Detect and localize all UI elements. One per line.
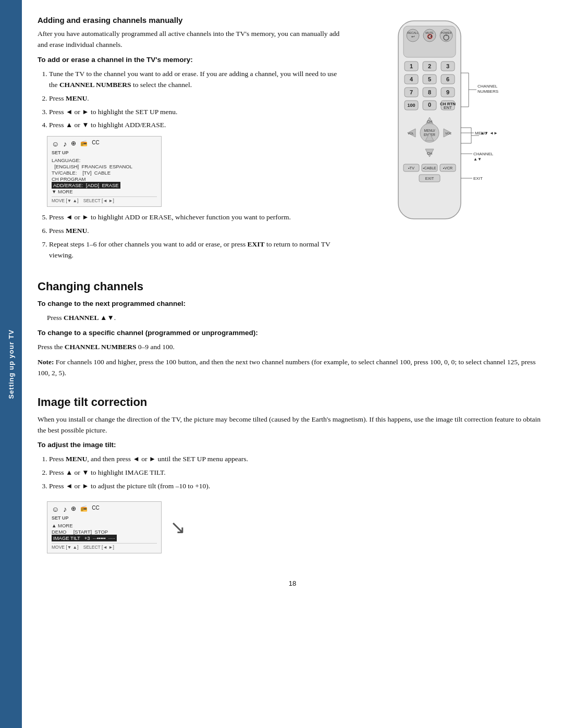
menu-icons-2: ☺♪⊕📻CC (52, 505, 157, 513)
menu-footer-1: MOVE [▼ ▲] SELECT [◄ ►] (52, 196, 157, 203)
section2: Changing channels To change to the next … (38, 278, 547, 383)
svg-text:VOL: VOL (408, 132, 414, 135)
list-item: Press ◄ or ► to highlight the SET UP men… (49, 107, 342, 118)
list-item: Press MENU. (49, 93, 342, 104)
menu-row: ADD/ERASE: [ADD] ERASE (52, 182, 157, 188)
menu-row: [ENGLISH] FRANCAIS ESPANOL (52, 164, 157, 169)
menu-row: TV/CABLE: [TV] CABLE (52, 170, 157, 176)
section3-steps-list: Press MENU, and then press ◄ or ► until … (49, 454, 547, 492)
svg-text:EXIT: EXIT (473, 176, 483, 181)
remote-column: RECALL ↩ MUTE 🔇 POWER 1 (353, 16, 547, 265)
section3-intro: When you install or change the direction… (38, 414, 547, 436)
menu-icons: ☺♪⊕📻CC (52, 140, 157, 148)
svg-text:CHANNEL: CHANNEL (473, 152, 494, 156)
menu-row: IMAGE TILT +3 ···▪▪▪▪▪ ····· (52, 535, 157, 541)
svg-text:7: 7 (410, 89, 413, 95)
menu-row: DEMO [START] STOP (52, 529, 157, 535)
section3: Image tilt correction When you install o… (38, 393, 547, 559)
section3-bold-instruction: To adjust the image tilt: (38, 440, 547, 451)
page-number: 18 (38, 579, 547, 587)
list-item: Press ◄ or ► to adjust the picture tilt … (49, 481, 547, 492)
menu-title-1: SET UP (52, 150, 157, 155)
section2-note: Note: For channels 100 and higher, press… (38, 357, 547, 379)
remote-wrapper: RECALL ↩ MUTE 🔇 POWER 1 (388, 21, 513, 242)
svg-text:↩: ↩ (411, 34, 414, 39)
svg-text:2: 2 (428, 63, 431, 69)
main-content: Adding and erasing channels manually Aft… (22, 0, 563, 728)
list-item: Repeat steps 1–6 for other channels you … (49, 239, 342, 261)
list-item: Press ▲ or ▼ to highlight ADD/ERASE. (49, 120, 342, 131)
svg-text:4: 4 (410, 76, 413, 82)
svg-text:VOL: VOL (445, 132, 452, 135)
menu-screenshot-2: ☺♪⊕📻CC SET UP ▲ MORE DEMO [START] STOP I… (47, 501, 162, 553)
svg-text:5: 5 (428, 76, 431, 82)
svg-text:100: 100 (407, 103, 415, 108)
svg-text:🔇: 🔇 (426, 33, 433, 40)
svg-text:POWER: POWER (440, 31, 451, 34)
upper-section: Adding and erasing channels manually Aft… (38, 16, 547, 265)
section2-heading: Changing channels (38, 280, 547, 293)
svg-text:CH: CH (427, 120, 432, 124)
svg-text:CHANNEL: CHANNEL (478, 84, 498, 89)
menu-row: ▼ MORE (52, 189, 157, 194)
list-item: Press ◄ or ► to highlight ADD or ERASE, … (49, 212, 342, 223)
svg-text:•VCR: •VCR (443, 166, 452, 170)
menu-screenshot-2-container: ☺♪⊕📻CC SET UP ▲ MORE DEMO [START] STOP I… (47, 496, 547, 559)
menu-screenshot-1: ☺♪⊕📻CC SET UP LANGUAGE: [ENGLISH] FRANCA… (47, 136, 162, 207)
menu-title-2: SET UP (52, 515, 157, 521)
svg-text:3: 3 (446, 63, 449, 69)
text-column: Adding and erasing channels manually Aft… (38, 16, 342, 265)
section1-intro: After you have automatically programmed … (38, 29, 342, 51)
section2-sub2-text: Press the CHANNEL NUMBERS 0–9 and 100. (38, 342, 547, 353)
remote-svg: RECALL ↩ MUTE 🔇 POWER 1 (388, 21, 471, 240)
svg-text:9: 9 (446, 89, 449, 95)
list-item: Press MENU, and then press ◄ or ► until … (49, 454, 547, 465)
section1-bold-instruction: To add or erase a channel in the TV's me… (38, 55, 342, 66)
svg-text:•CABLE: •CABLE (423, 166, 436, 170)
list-item: Press ▲ or ▼ to highlight IMAGE TILT. (49, 467, 547, 478)
section1-steps-continued: Press ◄ or ► to highlight ADD or ERASE, … (49, 212, 342, 261)
section1-steps: Tune the TV to the channel you want to a… (49, 69, 342, 131)
sidebar-tab: Setting up your TV (0, 0, 22, 728)
svg-text:CH: CH (427, 152, 432, 155)
svg-text:▲▼ ◄►: ▲▼ ◄► (480, 131, 498, 135)
list-item: Tune the TV to the channel you want to a… (49, 69, 342, 91)
svg-text:1: 1 (410, 63, 413, 69)
svg-text:6: 6 (446, 76, 449, 82)
svg-text:NUMBERS: NUMBERS (478, 89, 498, 94)
section2-sub1-text: Press CHANNEL ▲▼. (47, 313, 547, 324)
page-container: Setting up your TV Adding and erasing ch… (0, 0, 563, 728)
list-item: Press MENU. (49, 226, 342, 237)
svg-text:8: 8 (428, 89, 431, 95)
menu-footer-2: MOVE [▼ ▲] SELECT [◄ ►] (52, 543, 157, 550)
svg-text:0: 0 (428, 102, 431, 108)
svg-text:MENU/: MENU/ (424, 129, 435, 132)
svg-text:•TV: •TV (408, 166, 414, 170)
section1-heading: Adding and erasing channels manually (38, 16, 342, 24)
menu-row: LANGUAGE: (52, 157, 157, 163)
sidebar-label: Setting up your TV (7, 329, 15, 399)
section2-sub1-bold: To change to the next programmed channel… (38, 299, 547, 310)
section3-heading: Image tilt correction (38, 396, 547, 409)
arrow-indicator: ↘ (170, 516, 186, 538)
menu-row: ▲ MORE (52, 523, 157, 528)
menu-row: CH PROGRAM (52, 176, 157, 182)
section2-sub2-bold: To change to a specific channel (program… (38, 328, 547, 339)
svg-text:▲▼: ▲▼ (473, 157, 482, 162)
svg-text:EXIT: EXIT (425, 176, 434, 181)
svg-text:ENT: ENT (444, 105, 452, 110)
